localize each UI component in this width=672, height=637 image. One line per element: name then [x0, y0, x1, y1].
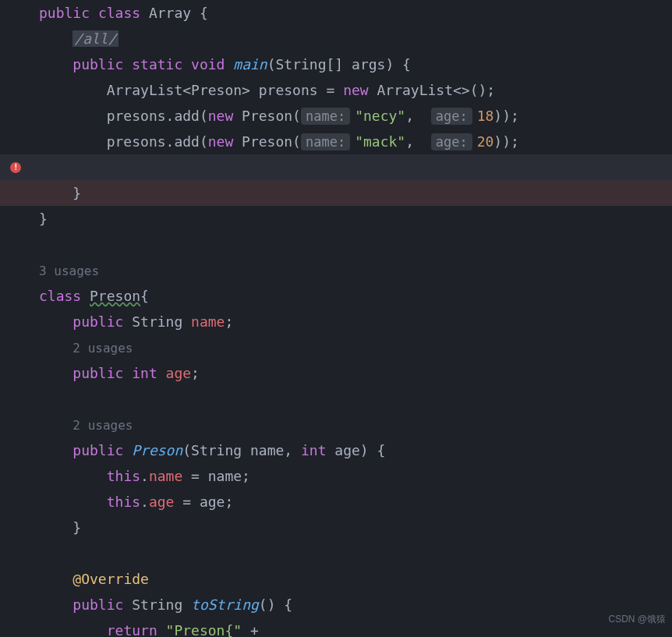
keyword: void [191, 56, 225, 73]
text: ; [225, 313, 233, 330]
param-hint: age: [431, 108, 472, 125]
field: age [149, 494, 175, 510]
code-editor[interactable]: public class Array { /all/ public static… [0, 0, 672, 637]
field: age [166, 365, 192, 381]
text [123, 313, 132, 330]
text: presons.add( [39, 133, 208, 150]
method-name: main [233, 56, 267, 73]
text [123, 365, 132, 381]
code-line[interactable]: } [0, 515, 672, 540]
text: = age; [174, 494, 233, 510]
keyword: static [132, 56, 182, 73]
usages-hint[interactable]: 3 usages [0, 257, 672, 283]
comment: /all/ [73, 30, 118, 47]
keyword: public [39, 5, 90, 21]
param-hint: name: [301, 108, 350, 125]
code-line[interactable]: ArrayList<Preson> presons = new ArrayLis… [0, 77, 672, 103]
type: String [132, 313, 182, 330]
code-line[interactable]: } [0, 180, 672, 206]
brace: } [39, 211, 48, 227]
brace: } [39, 519, 81, 536]
code-line[interactable]: presons.add(new Preson(name:"mack", age:… [0, 129, 672, 154]
text: ArrayList<>(); [369, 82, 496, 98]
code-line[interactable]: class Preson{ [0, 283, 672, 309]
code-line[interactable]: public String toString() { [0, 592, 672, 618]
code-line[interactable]: this.age = age; [0, 489, 672, 515]
text [39, 494, 107, 510]
annotation: @Override [73, 571, 149, 587]
keyword: public [73, 365, 123, 381]
code-line[interactable]: /all/ [0, 26, 672, 51]
code-line[interactable]: public Preson(String name, int age) { [0, 437, 672, 463]
param-hint: name: [301, 133, 350, 150]
code-line[interactable]: return "Preson{" + [0, 618, 672, 637]
keyword: return [107, 622, 157, 637]
error-icon[interactable] [10, 162, 21, 173]
text [182, 596, 191, 613]
params: (String[] args) { [267, 56, 411, 73]
keyword: this [107, 494, 140, 510]
text: age) { [327, 442, 386, 458]
method-name: toString [191, 596, 259, 613]
text [39, 468, 107, 484]
field: name [149, 468, 182, 484]
string: "necy" [355, 108, 405, 124]
code-line[interactable]: public int age; [0, 360, 672, 386]
params: (String name, [182, 442, 301, 458]
keyword: int [132, 365, 157, 381]
text: , [405, 133, 431, 150]
gutter [0, 154, 31, 180]
keyword: new [208, 133, 234, 150]
param-hint: age: [431, 133, 472, 150]
keyword: class [98, 5, 140, 21]
text: () { [259, 596, 292, 613]
keyword: public [73, 313, 123, 330]
code-line[interactable]: presons.add(new Cat(name:"money", age:10… [0, 154, 672, 180]
field: name [191, 313, 225, 330]
constructor: Preson [132, 442, 182, 458]
keyword: class [39, 288, 81, 304]
code-line[interactable]: public String name; [0, 309, 672, 334]
text [182, 313, 191, 330]
keyword: public [73, 442, 123, 458]
class-name: Array [149, 5, 191, 21]
keyword: this [107, 468, 140, 484]
keyword: public [73, 596, 123, 613]
usages-label: 3 usages [39, 264, 99, 278]
text [157, 622, 166, 637]
blank-line[interactable] [0, 386, 672, 412]
brace: } [39, 185, 81, 201]
keyword: int [301, 442, 327, 458]
usages-hint[interactable]: 2 usages [0, 412, 672, 437]
type: String [132, 596, 182, 613]
watermark: CSDN @饿猿 [608, 607, 666, 632]
code-line[interactable]: this.name = name; [0, 463, 672, 489]
usages-hint[interactable]: 2 usages [0, 334, 672, 360]
class-name: Preson [90, 288, 140, 304]
code-line[interactable]: } [0, 206, 672, 232]
brace: { [140, 288, 149, 304]
text: presons.add( [39, 108, 208, 124]
text [123, 442, 132, 458]
text: = name; [182, 468, 250, 484]
usages-label: 2 usages [73, 418, 133, 433]
blank-line[interactable] [0, 232, 672, 257]
number: 18 [477, 108, 494, 124]
brace: { [191, 5, 208, 21]
keyword: public [73, 56, 123, 73]
code-line[interactable]: public static void main(String[] args) { [0, 51, 672, 77]
number: 20 [477, 133, 494, 150]
usages-label: 2 usages [73, 341, 133, 356]
blank-line[interactable] [0, 540, 672, 566]
code-line[interactable]: presons.add(new Preson(name:"necy", age:… [0, 103, 672, 129]
code-line[interactable]: @Override [0, 566, 672, 592]
string: "Preson{" [166, 622, 242, 637]
text [123, 596, 132, 613]
text: . [140, 494, 149, 510]
keyword: new [343, 82, 369, 98]
code-line[interactable]: public class Array { [0, 0, 672, 26]
text: + [242, 622, 259, 637]
string: "mack" [355, 133, 405, 150]
text: , [405, 108, 431, 124]
text: . [140, 468, 149, 484]
